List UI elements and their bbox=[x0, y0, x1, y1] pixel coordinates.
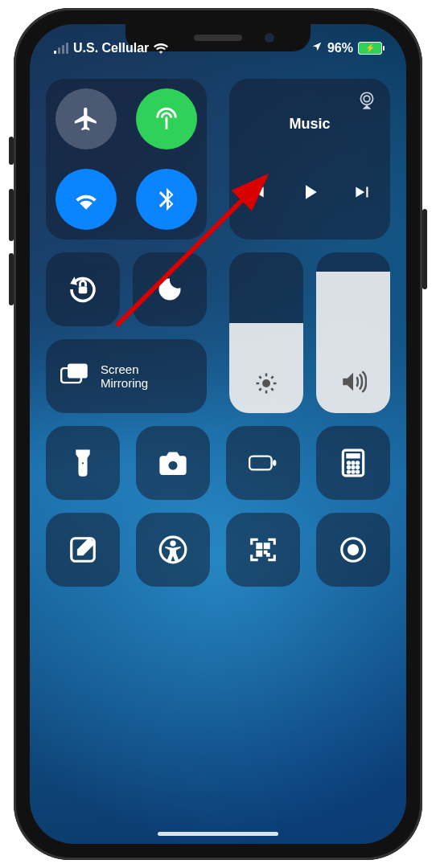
orientation-lock-icon bbox=[66, 272, 100, 306]
screen-mirroring-icon bbox=[60, 362, 89, 390]
svg-point-22 bbox=[352, 466, 355, 469]
next-track-button[interactable] bbox=[352, 182, 373, 206]
accessibility-button[interactable] bbox=[136, 513, 210, 587]
bluetooth-toggle[interactable] bbox=[136, 169, 197, 230]
controls-grid bbox=[46, 426, 390, 587]
brightness-fill bbox=[229, 323, 303, 413]
svg-point-21 bbox=[348, 466, 351, 469]
battery-icon: ⚡ bbox=[358, 42, 382, 55]
volume-up-button[interactable] bbox=[9, 189, 14, 241]
qr-code-icon bbox=[248, 534, 278, 565]
camera-button[interactable] bbox=[136, 426, 210, 500]
low-power-mode-button[interactable] bbox=[226, 426, 300, 500]
svg-line-12 bbox=[259, 388, 261, 391]
svg-point-29 bbox=[171, 541, 175, 546]
moon-icon bbox=[155, 275, 184, 304]
brightness-icon bbox=[229, 371, 303, 399]
calculator-button[interactable] bbox=[316, 426, 390, 500]
svg-line-10 bbox=[259, 376, 261, 379]
screen: U.S. Cellular 96% ⚡ bbox=[30, 24, 406, 844]
svg-rect-17 bbox=[347, 454, 360, 458]
play-button[interactable] bbox=[298, 180, 322, 207]
svg-point-1 bbox=[364, 96, 370, 102]
camera-icon bbox=[158, 448, 188, 478]
media-title: Music bbox=[229, 116, 390, 133]
volume-icon bbox=[316, 368, 390, 399]
svg-point-23 bbox=[356, 466, 360, 469]
airplane-mode-toggle[interactable] bbox=[56, 88, 117, 149]
svg-rect-14 bbox=[249, 457, 271, 470]
screen-mirroring-button[interactable]: ScreenMirroring bbox=[46, 339, 207, 413]
svg-rect-4 bbox=[68, 364, 88, 379]
svg-point-19 bbox=[352, 461, 355, 465]
svg-rect-31 bbox=[265, 543, 269, 548]
side-button[interactable] bbox=[422, 209, 427, 289]
wifi-toggle[interactable] bbox=[56, 169, 117, 230]
svg-point-24 bbox=[348, 470, 351, 473]
svg-rect-32 bbox=[257, 551, 261, 556]
control-center: Music bbox=[46, 79, 390, 820]
svg-line-13 bbox=[271, 376, 274, 379]
calculator-icon bbox=[338, 448, 368, 478]
do-not-disturb-button[interactable] bbox=[133, 252, 207, 326]
cellular-signal-icon bbox=[54, 43, 68, 54]
screen-mirroring-label: ScreenMirroring bbox=[101, 362, 148, 391]
status-bar: U.S. Cellular 96% ⚡ bbox=[30, 32, 406, 64]
iphone-frame: U.S. Cellular 96% ⚡ bbox=[14, 8, 422, 860]
volume-slider[interactable] bbox=[316, 252, 390, 413]
record-icon bbox=[338, 534, 368, 565]
svg-point-26 bbox=[356, 470, 360, 473]
screen-record-button[interactable] bbox=[316, 513, 390, 587]
bluetooth-icon bbox=[153, 186, 180, 213]
media-tile[interactable]: Music bbox=[229, 79, 390, 240]
wifi-icon bbox=[72, 186, 100, 213]
svg-point-20 bbox=[356, 461, 360, 465]
compose-icon bbox=[68, 534, 98, 565]
flashlight-icon bbox=[68, 448, 98, 478]
volume-down-button[interactable] bbox=[9, 253, 14, 305]
orientation-lock-button[interactable] bbox=[46, 252, 120, 326]
flashlight-button[interactable] bbox=[46, 426, 120, 500]
svg-point-0 bbox=[360, 92, 372, 104]
connectivity-tile[interactable] bbox=[46, 79, 207, 240]
airplane-icon bbox=[72, 105, 100, 133]
notes-button[interactable] bbox=[46, 513, 120, 587]
svg-line-11 bbox=[271, 388, 274, 391]
svg-point-18 bbox=[348, 461, 351, 465]
svg-rect-15 bbox=[274, 461, 276, 465]
svg-rect-30 bbox=[257, 543, 261, 548]
qr-code-button[interactable] bbox=[226, 513, 300, 587]
antenna-icon bbox=[153, 105, 180, 133]
wifi-icon bbox=[154, 43, 168, 54]
location-icon bbox=[311, 41, 323, 55]
carrier-label: U.S. Cellular bbox=[73, 41, 149, 55]
svg-rect-34 bbox=[267, 554, 269, 556]
svg-point-25 bbox=[352, 470, 355, 473]
battery-icon bbox=[248, 448, 278, 478]
airplay-icon[interactable] bbox=[356, 90, 377, 114]
home-indicator[interactable] bbox=[158, 832, 278, 836]
battery-percentage: 96% bbox=[327, 41, 353, 55]
brightness-slider[interactable] bbox=[229, 252, 303, 413]
mute-switch[interactable] bbox=[9, 137, 14, 165]
previous-track-button[interactable] bbox=[246, 182, 267, 206]
cellular-data-toggle[interactable] bbox=[136, 88, 197, 149]
accessibility-icon bbox=[158, 534, 188, 565]
svg-point-36 bbox=[348, 545, 359, 555]
svg-rect-2 bbox=[79, 287, 88, 294]
svg-point-5 bbox=[262, 379, 270, 387]
